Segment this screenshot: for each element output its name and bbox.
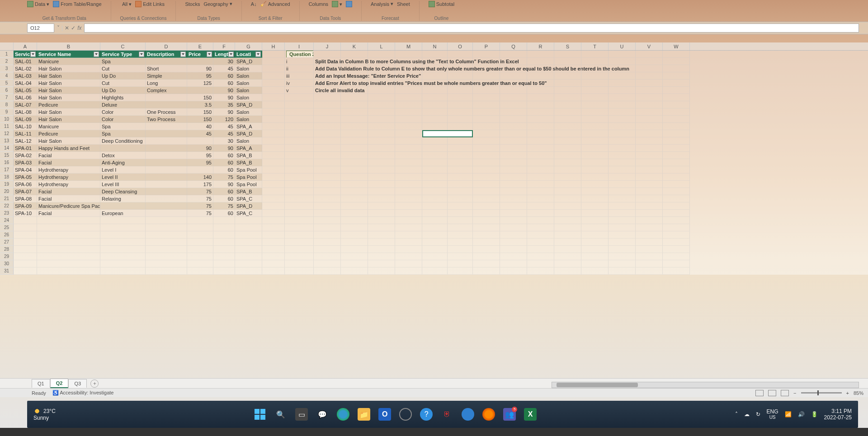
cell[interactable] <box>37 260 100 267</box>
cell-B14[interactable]: Happy Hands and Feet <box>37 145 100 152</box>
cell[interactable] <box>663 267 690 275</box>
cell-D18[interactable] <box>146 173 187 181</box>
select-all-triangle[interactable] <box>0 42 14 50</box>
cell-G15[interactable]: SPA_B <box>235 152 262 159</box>
table-header-F[interactable]: Lengt <box>213 51 235 58</box>
cell[interactable] <box>473 246 500 253</box>
excel-icon[interactable]: X <box>524 408 537 421</box>
cell[interactable] <box>285 145 314 152</box>
cell[interactable] <box>314 130 341 137</box>
cell[interactable] <box>554 267 581 275</box>
cell[interactable] <box>368 181 395 188</box>
get-help-icon[interactable]: ? <box>420 408 433 421</box>
cell[interactable] <box>213 231 235 239</box>
cell[interactable] <box>554 188 581 195</box>
cell[interactable] <box>500 260 527 267</box>
table-header-G[interactable]: Locati <box>235 51 262 58</box>
cell[interactable] <box>609 152 636 159</box>
cell-F6[interactable]: 90 <box>213 87 235 94</box>
cell-C19[interactable]: Level III <box>100 181 146 188</box>
app-icon-1[interactable] <box>399 408 412 421</box>
cell[interactable] <box>448 152 473 159</box>
cell[interactable] <box>636 166 663 173</box>
cell[interactable] <box>37 224 100 231</box>
cell[interactable] <box>314 267 341 275</box>
cell[interactable] <box>581 188 609 195</box>
cell[interactable] <box>448 159 473 166</box>
row-header[interactable]: 11 <box>0 123 14 130</box>
cell-A15[interactable]: SPA-02 <box>14 152 37 159</box>
cell[interactable] <box>527 58 554 65</box>
cell[interactable] <box>527 145 554 152</box>
cell-F3[interactable]: 45 <box>213 65 235 72</box>
row-header[interactable]: 31 <box>0 267 14 275</box>
cell[interactable] <box>554 116 581 123</box>
filter-dropdown-icon[interactable] <box>30 52 36 57</box>
cell-G4[interactable]: Salon <box>235 72 262 80</box>
cell[interactable] <box>37 253 100 260</box>
cell-E10[interactable]: 150 <box>187 116 213 123</box>
cell[interactable] <box>262 195 285 202</box>
cell[interactable] <box>262 210 285 217</box>
cell[interactable] <box>422 94 448 101</box>
cell[interactable] <box>554 123 581 130</box>
forecast-sheet-button[interactable]: Sheet <box>397 1 410 7</box>
cell-B6[interactable]: Hair Salon <box>37 87 100 94</box>
cell-D22[interactable] <box>146 202 187 210</box>
cell[interactable] <box>581 202 609 210</box>
cell[interactable] <box>285 260 314 267</box>
cell[interactable] <box>609 246 636 253</box>
cell[interactable] <box>527 65 554 72</box>
cell-C12[interactable]: Spa <box>100 130 146 137</box>
cell[interactable] <box>609 80 636 87</box>
accessibility-status[interactable]: ♿ Accessibility: Investigate <box>52 390 114 396</box>
cell[interactable] <box>581 195 609 202</box>
cell[interactable] <box>581 108 609 116</box>
cell-F22[interactable]: 75 <box>213 202 235 210</box>
cell[interactable] <box>285 130 314 137</box>
row-header[interactable]: 13 <box>0 137 14 145</box>
cell[interactable] <box>262 173 285 181</box>
mcafee-icon[interactable]: ⛨ <box>441 408 453 421</box>
cell[interactable] <box>527 166 554 173</box>
cell-A5[interactable]: SAL-04 <box>14 80 37 87</box>
cell[interactable] <box>581 137 609 145</box>
row-header[interactable]: 17 <box>0 166 14 173</box>
cell[interactable] <box>395 224 422 231</box>
tray-chevron-icon[interactable]: ˄ <box>735 411 738 417</box>
cell[interactable] <box>581 239 609 246</box>
cell[interactable] <box>663 116 690 123</box>
cell-A8[interactable]: SAL-07 <box>14 101 37 108</box>
cell[interactable] <box>314 239 341 246</box>
cell-C3[interactable]: Cut <box>100 65 146 72</box>
cell[interactable] <box>554 210 581 217</box>
cell[interactable] <box>636 72 663 80</box>
cell-A14[interactable]: SPA-01 <box>14 145 37 152</box>
table-header-A[interactable]: Servic <box>14 51 37 58</box>
cell[interactable] <box>235 267 262 275</box>
cell[interactable] <box>554 101 581 108</box>
cell[interactable] <box>448 210 473 217</box>
cell-C5[interactable]: Cut <box>100 80 146 87</box>
cell[interactable] <box>448 195 473 202</box>
cell[interactable] <box>473 101 500 108</box>
cell[interactable] <box>448 130 473 137</box>
cell[interactable] <box>609 130 636 137</box>
cell[interactable] <box>500 224 527 231</box>
cell[interactable] <box>395 130 422 137</box>
col-header-A[interactable]: A <box>14 42 37 50</box>
cell[interactable] <box>341 246 368 253</box>
cell[interactable] <box>636 188 663 195</box>
cell[interactable] <box>527 217 554 224</box>
cell[interactable] <box>213 260 235 267</box>
cell[interactable] <box>187 260 213 267</box>
cell[interactable] <box>37 217 100 224</box>
cell[interactable] <box>448 87 473 94</box>
cell[interactable] <box>581 123 609 130</box>
cell[interactable] <box>636 108 663 116</box>
cell-D23[interactable] <box>146 210 187 217</box>
cell[interactable] <box>262 87 285 94</box>
cell[interactable] <box>395 94 422 101</box>
row-header[interactable]: 2 <box>0 58 14 65</box>
row-header[interactable]: 25 <box>0 224 14 231</box>
